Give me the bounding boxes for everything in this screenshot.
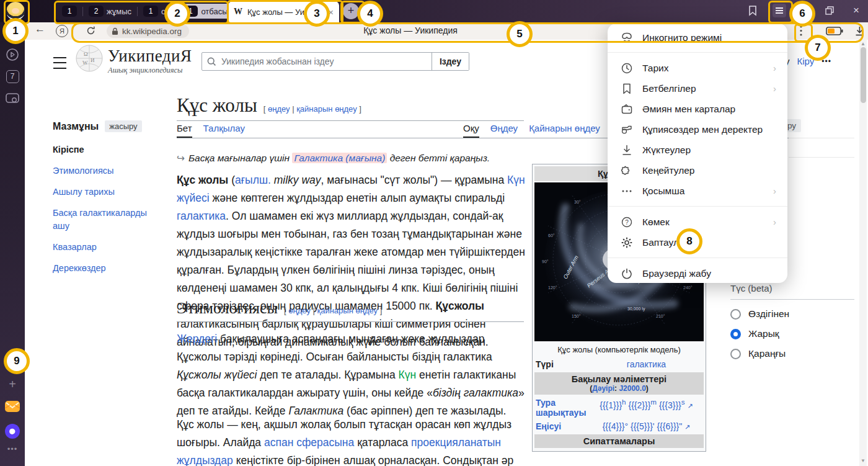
menu-item-quit[interactable]: Браузерді жабу xyxy=(608,263,787,284)
svg-text:30°: 30° xyxy=(574,200,581,204)
wikipedia-wordmark[interactable]: УикипедиЯ Ашық энциклопедиясы xyxy=(108,47,192,75)
toc-item-intro[interactable]: Кіріспе xyxy=(53,143,170,156)
tab-counter-badge[interactable]: 7 xyxy=(0,70,25,83)
ellipsis-icon xyxy=(620,184,633,197)
type-value-link[interactable]: галактика xyxy=(590,359,702,369)
mail-icon[interactable] xyxy=(0,400,25,413)
hatnote: ↪Басқа мағыналар үшін Галактика (мағына)… xyxy=(177,153,527,164)
toc-item-other-galaxies[interactable]: Басқа галактикаларды ашу xyxy=(53,207,161,233)
menu-item-wallet[interactable]: Әмиян мен карталар xyxy=(608,99,787,119)
menu-item-extensions[interactable]: Кеңейтулер xyxy=(608,160,787,181)
wikipedia-globe-logo[interactable]: ΩИW xyxy=(74,43,104,73)
menu-item-bookmarks[interactable]: Бетбелгілер › xyxy=(608,78,787,99)
svg-text:240°: 240° xyxy=(683,285,693,290)
scrollbar-thumb[interactable] xyxy=(861,47,866,103)
tab-edit-source[interactable]: Қайнарын өңдеу xyxy=(529,123,600,138)
chevron-right-icon: › xyxy=(773,83,776,94)
svg-text:30,000 ly: 30,000 ly xyxy=(627,307,645,311)
search-button[interactable]: Іздеу xyxy=(432,53,469,70)
callout-4: 4 xyxy=(357,1,383,27)
toc-item-discovery[interactable]: Ашылу тарихы xyxy=(53,186,170,199)
svg-text:60°: 60° xyxy=(548,233,555,238)
screenshot-icon[interactable] xyxy=(0,92,25,105)
radio-selected-icon[interactable] xyxy=(730,329,741,339)
etymology-paragraph-2: Құс жолы — кең, ақшыл жолақ болып тұтасқ… xyxy=(177,416,528,466)
callout-5: 5 xyxy=(507,21,533,47)
svg-text:120°: 120° xyxy=(548,285,557,290)
toc-item-sources[interactable]: Дереккөздер xyxy=(53,262,170,275)
tab-talk[interactable]: Талқылау xyxy=(203,123,245,138)
color-settings-panel: Түс (beta) Өздігінен Жарық Қараңғы xyxy=(730,283,854,368)
menu-item-downloads[interactable]: Жүктеулер xyxy=(608,140,787,160)
lead-paragraph: Құс жолы (ағылш. milky way, мағынасы "сү… xyxy=(177,171,528,351)
tab-read[interactable]: Оқу xyxy=(463,123,479,138)
divider xyxy=(608,258,787,258)
radio-icon[interactable] xyxy=(730,309,741,320)
search-input[interactable]: Уикипедия жобасынан іздеу Іздеу xyxy=(202,52,469,71)
sidebar-more-icon[interactable]: ••• xyxy=(0,444,25,454)
callout-6: 6 xyxy=(789,1,815,27)
svg-text:150°: 150° xyxy=(572,314,581,318)
extensions-puzzle-icon xyxy=(620,164,633,177)
toc-item-quasars[interactable]: Квазарлар xyxy=(53,241,170,254)
etymology-paragraph-1: Жердегі бақылаушыға аспандағы мыңдаған ж… xyxy=(177,330,528,420)
search-placeholder: Уикипедия жобасынан іздеу xyxy=(221,56,432,66)
highlight-box-address-bar xyxy=(71,22,864,43)
infobox-type-row: Түрі галактика xyxy=(534,357,704,371)
chevron-right-icon: › xyxy=(773,63,776,73)
video-play-icon[interactable] xyxy=(0,47,25,62)
page-scrollbar[interactable]: ▲ ▼ xyxy=(859,40,867,466)
toc-item-etymology[interactable]: Этимологиясы xyxy=(53,164,170,177)
callout-3: 3 xyxy=(304,1,330,27)
scroll-up-icon[interactable]: ▲ xyxy=(859,41,867,47)
menu-item-passwords[interactable]: Құпиясөздер мен деректер xyxy=(608,119,787,140)
tab-page[interactable]: Бет xyxy=(177,123,192,138)
svg-text:W: W xyxy=(82,60,88,66)
yandex-icon[interactable]: Я xyxy=(56,25,68,37)
divider xyxy=(789,157,854,158)
toc-hide-button[interactable]: жасыру xyxy=(105,120,141,132)
add-panel-icon[interactable]: + xyxy=(0,377,25,392)
divider xyxy=(608,206,787,207)
ra-label-link[interactable]: Тура шарықтауы xyxy=(536,398,590,418)
menu-item-help[interactable]: ? Көмек › xyxy=(608,212,787,232)
radio-option-dark[interactable]: Қараңғы xyxy=(730,348,854,359)
hatnote-arrow-icon: ↪ xyxy=(177,153,185,163)
svg-text:Ω: Ω xyxy=(84,51,88,57)
page-title: Құс жолы xyxy=(177,94,257,117)
wiki-menu-hamburger-icon[interactable] xyxy=(53,57,66,69)
infobox-observation-header: Бақылау мәліметтері (Дәуірі: J2000.0) xyxy=(534,372,704,395)
sidebar-panel-icon[interactable] xyxy=(746,4,759,17)
menu-item-history[interactable]: Тарих › xyxy=(608,58,787,78)
restore-window-icon[interactable] xyxy=(825,6,835,16)
tab-edit[interactable]: Өңдеу xyxy=(490,123,518,138)
title-edit-links[interactable]: [ өңдеу | қайнарын өңдеу ] xyxy=(264,104,361,114)
scroll-down-icon[interactable]: ▼ xyxy=(859,458,867,464)
history-icon xyxy=(620,61,633,74)
divider xyxy=(789,138,854,138)
back-icon[interactable]: ← xyxy=(35,23,45,35)
chevron-right-icon: › xyxy=(773,186,776,196)
help-icon: ? xyxy=(620,215,633,228)
color-panel-title: Түс (beta) xyxy=(730,283,854,293)
section-heading-etymology: Этимологиясы xyxy=(177,299,278,318)
section-edit-links[interactable]: [ өңдеу | қайнарын өңдеу ] xyxy=(284,306,382,315)
radio-option-light[interactable]: Жарық xyxy=(730,328,854,339)
bookmarks-icon xyxy=(620,82,633,95)
radio-option-auto[interactable]: Өздігінен xyxy=(730,308,854,320)
power-icon xyxy=(620,267,633,280)
radio-icon[interactable] xyxy=(730,349,741,359)
svg-text:?: ? xyxy=(625,218,629,225)
menu-item-more[interactable]: Қосымша › xyxy=(608,181,787,201)
downloads-icon xyxy=(620,143,633,156)
table-of-contents: Мазмұны жасыру Кіріспе Этимологиясы Ашыл… xyxy=(53,120,170,275)
wallet-icon xyxy=(620,102,633,115)
settings-gear-icon xyxy=(620,236,633,249)
infobox-ra-row: Тура шарықтауы {{{1}}}h {{{2}}}m {{{3}}}… xyxy=(534,396,704,419)
alice-assistant-icon[interactable] xyxy=(0,423,25,439)
close-window-icon[interactable]: × xyxy=(853,4,859,17)
dec-label-link[interactable]: Еңісуі xyxy=(536,421,590,431)
app-sidebar: 7 + ••• xyxy=(0,22,25,466)
callout-1: 1 xyxy=(2,18,29,44)
callout-9: 9 xyxy=(4,348,30,374)
